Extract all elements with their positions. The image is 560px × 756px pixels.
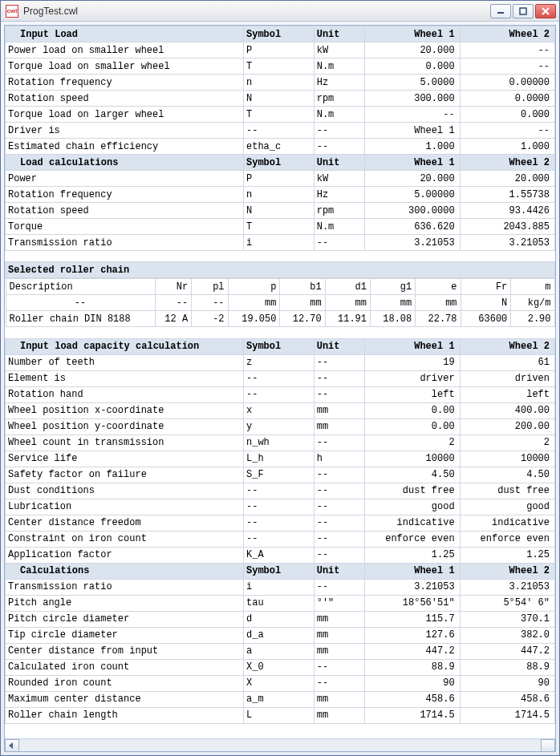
- table-row[interactable]: Estimated chain efficiencyetha_c--1.0001…: [6, 139, 555, 155]
- table-row[interactable]: Safety factor on failureS_F--4.504.50: [6, 467, 555, 483]
- table-row[interactable]: TorqueTN.m636.6202043.885: [6, 219, 555, 235]
- cell-unit: --: [314, 386, 365, 402]
- rc-unit: --: [155, 295, 191, 311]
- cell-wheel1: left: [365, 386, 460, 402]
- titlebar[interactable]: cwl ProgTest.cwl: [1, 1, 559, 22]
- cell-wheel2: 0.0000: [460, 91, 554, 107]
- cell-wheel2: 3.21053: [460, 579, 554, 595]
- table-row[interactable]: Element is----driverdriven: [6, 370, 555, 386]
- table-row[interactable]: Application factorK_A--1.251.25: [6, 547, 555, 563]
- table-row[interactable]: Torque load on smaller wheelTN.m0.000--: [6, 59, 555, 75]
- rc-col: Fr: [461, 279, 511, 295]
- minimize-button[interactable]: [490, 4, 511, 18]
- app-icon: cwl: [6, 5, 18, 18]
- scroll-left-icon: [9, 742, 13, 749]
- cell-wheel2: enforce even: [460, 531, 554, 547]
- rc-unit: --: [6, 295, 155, 311]
- table-row[interactable]: Transmission ratioi--3.210533.21053: [6, 579, 555, 595]
- cell-symbol: N: [244, 203, 314, 219]
- content-area: Input LoadSymbolUnitWheel 1Wheel 2Power …: [4, 25, 556, 752]
- cell-wheel2: good: [460, 499, 554, 515]
- cell-unit: mm: [314, 627, 365, 643]
- table-row[interactable]: Wheel count in transmissionn_wh--22: [6, 435, 555, 451]
- rc-col: p: [228, 279, 280, 295]
- maximize-button[interactable]: [513, 4, 534, 18]
- cell-label: Rotation frequency: [6, 75, 244, 91]
- cell-wheel1: 127.6: [365, 627, 460, 643]
- cell-unit: --: [314, 579, 365, 595]
- table-row[interactable]: Rotation speedNrpm300.0000.0000: [6, 91, 555, 107]
- table-row[interactable]: Pitch circle diameterdmm115.7370.1: [6, 611, 555, 627]
- minimize-icon: [497, 7, 505, 15]
- table-row[interactable]: Roller chain lengthLmm1714.51714.5: [6, 707, 555, 723]
- table-row[interactable]: Number of teethz--1961: [6, 354, 555, 370]
- table-row[interactable]: Wheel position y-coordinateymm0.00200.00: [6, 418, 555, 435]
- table-row[interactable]: Tip circle diameterd_amm127.6382.0: [6, 627, 555, 643]
- cell-symbol: i: [244, 235, 314, 251]
- cell-wheel2: driven: [460, 370, 554, 386]
- cell-unit: --: [314, 435, 365, 451]
- cell-symbol: P: [244, 42, 314, 59]
- cell-label: Safety factor on failure: [6, 467, 244, 483]
- section-header: Selected roller chain: [6, 262, 555, 278]
- section-title: Calculations: [6, 563, 244, 579]
- cell-wheel2: 3.21053: [460, 235, 554, 251]
- table-row[interactable]: Rounded iron countX--9090: [6, 675, 555, 691]
- cell-label: Rounded iron count: [6, 675, 244, 691]
- cell-label: Rotation speed: [6, 203, 244, 219]
- table-row[interactable]: Transmission ratioi--3.210533.21053: [6, 235, 555, 251]
- table-row[interactable]: Dust conditions----dust freedust free: [6, 483, 555, 499]
- cell-label: Torque load on smaller wheel: [6, 59, 244, 75]
- rc-data-row[interactable]: Roller chain DIN 818812 A-219.05012.7011…: [6, 311, 554, 327]
- table-row[interactable]: Power load on smaller wheelPkW20.000--: [6, 42, 555, 59]
- cell-wheel1: 0.00: [365, 402, 460, 418]
- table-row[interactable]: Lubrication----goodgood: [6, 499, 555, 515]
- cell-wheel2: 2043.885: [460, 219, 554, 235]
- rc-unit: N: [461, 295, 511, 311]
- cell-wheel1: 3.21053: [365, 579, 460, 595]
- cell-wheel2: 447.2: [460, 643, 554, 659]
- cell-wheel1: 3.21053: [365, 235, 460, 251]
- cell-unit: mm: [314, 611, 365, 627]
- table-row[interactable]: Rotation frequencynHz5.00000.00000: [6, 75, 555, 91]
- table-row[interactable]: Center distance freedom----indicativeind…: [6, 515, 555, 531]
- cell-symbol: n_wh: [244, 435, 314, 451]
- cell-unit: --: [314, 139, 365, 155]
- scroll-content[interactable]: Input LoadSymbolUnitWheel 1Wheel 2Power …: [5, 26, 555, 738]
- cell-unit: mm: [314, 691, 365, 707]
- rc-units-row: ------mmmmmmmmmmNkg/m: [6, 295, 554, 311]
- cell-wheel2: 200.00: [460, 418, 554, 435]
- table-row[interactable]: Service lifeL_hh1000010000: [6, 451, 555, 467]
- cell-symbol: K_A: [244, 547, 314, 563]
- table-row[interactable]: Rotation hand----leftleft: [6, 386, 555, 402]
- cell-wheel1: 447.2: [365, 643, 460, 659]
- table-row[interactable]: PowerPkW20.00020.000: [6, 171, 555, 187]
- rc-col: b1: [280, 279, 325, 295]
- table-row[interactable]: Center distance from inputamm447.2447.2: [6, 643, 555, 659]
- table-row[interactable]: Pitch angletau°'"18°56'51"5°54' 6": [6, 595, 555, 611]
- cell-symbol: z: [244, 354, 314, 370]
- cell-label: Wheel position x-coordinate: [6, 402, 244, 418]
- cell-unit: mm: [314, 418, 365, 435]
- cell-symbol: --: [244, 531, 314, 547]
- table-row[interactable]: Calculated iron countX_0--88.988.9: [6, 659, 555, 675]
- cell-wheel1: 2: [365, 435, 460, 451]
- close-button[interactable]: [535, 4, 556, 18]
- table-row[interactable]: Rotation frequencynHz5.000001.55738: [6, 187, 555, 203]
- table-row[interactable]: Constraint on iron count----enforce even…: [6, 531, 555, 547]
- cell-symbol: T: [244, 107, 314, 123]
- table-row[interactable]: Maximum center distancea_mmm458.6458.6: [6, 691, 555, 707]
- table-row[interactable]: Driver is----Wheel 1--: [6, 123, 555, 139]
- rc-cell: 12.70: [280, 311, 325, 327]
- table-row[interactable]: Rotation speedNrpm300.000093.4426: [6, 203, 555, 219]
- horizontal-scrollbar[interactable]: [5, 738, 555, 751]
- cell-symbol: L: [244, 707, 314, 723]
- cell-wheel2: 1.25: [460, 547, 554, 563]
- app-window: cwl ProgTest.cwl Input LoadSymbolUnitWhe…: [0, 0, 560, 756]
- cell-symbol: S_F: [244, 467, 314, 483]
- table-row[interactable]: Wheel position x-coordinatexmm0.00400.00: [6, 402, 555, 418]
- table-row[interactable]: Torque load on larger wheelTN.m--0.000: [6, 107, 555, 123]
- scroll-right-icon: [547, 742, 551, 749]
- cell-unit: --: [314, 483, 365, 499]
- cell-symbol: T: [244, 59, 314, 75]
